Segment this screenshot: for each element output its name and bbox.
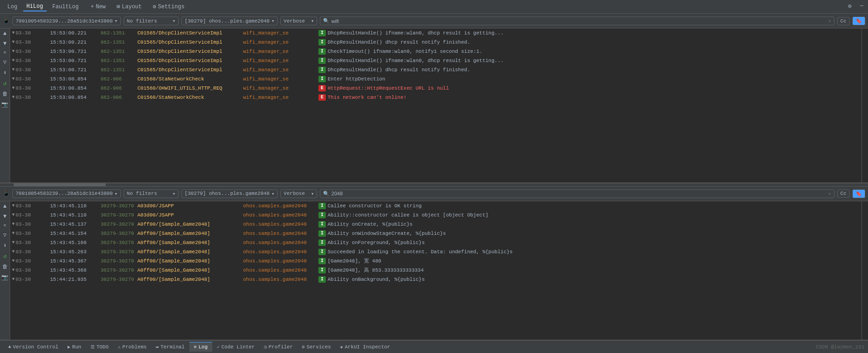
expand-icon[interactable]: ▼ [12,266,15,274]
bottom-tab-code-linter[interactable]: ✓ Code Linter [212,342,260,352]
refresh-icon[interactable]: ↺ [1,80,9,87]
expand-icon[interactable]: ▼ [12,29,15,37]
new-button[interactable]: + New [88,3,108,11]
lower-filter-icon[interactable]: ▽ [1,232,9,239]
log-row: ▼ 03-30 15:44:21.935 30279-30279 A0ff00/… [10,275,868,284]
bottom-tab-services[interactable]: ⚙ Services [297,342,335,352]
log-tag: A0ff00/[Sample_Game2048] [137,229,243,238]
scroll-up-icon[interactable]: ▲ [1,30,9,37]
trash-icon[interactable]: 🗑 [1,91,9,97]
log-tag: A0ff00/[Sample_Game2048] [137,239,243,247]
bottom-tab-problems[interactable]: ⚠ Problems [113,342,151,352]
tab-label: Problems [122,344,147,350]
expand-icon[interactable]: ▼ [12,220,15,228]
lower-wrap-icon[interactable]: ≡ [1,223,9,228]
bottom-tab-arkui-inspector[interactable]: ◈ ArkUI Inspector [335,342,395,352]
expand-icon[interactable]: ▼ [12,275,15,284]
log-app: ohos.samples.game2048 [243,202,317,210]
upper-filter-bar: 📱 70010054583239...28a51dc31e43800 ▾ No … [0,14,868,28]
status-right: CSDN @laymen_131 [816,344,864,350]
search-icon: 🔍 [323,18,329,24]
plus-icon: + [91,4,94,10]
upper-scrollbar[interactable] [0,183,868,187]
lower-search-input[interactable] [331,191,826,196]
tab-log[interactable]: Log [4,3,21,11]
upper-search-clear[interactable]: ✕ [828,18,831,24]
lower-camera-icon[interactable]: 📷 [1,274,9,281]
log-date: 03-30 [16,93,50,102]
log-message: DhcpResultHandle() dhcp result notify fi… [328,66,866,74]
log-message: Ability onCreate, %{public}s [328,220,866,228]
lower-level-select[interactable]: Verbose ▾ [280,189,317,198]
lower-cc-button[interactable]: Cc [837,189,850,198]
upper-device-select[interactable]: 70010054583239...28a51dc31e43800 ▾ [12,17,121,25]
log-date: 03-30 [16,29,50,37]
log-date: 03-30 [16,38,50,46]
log-tag: A0ff00/[Sample_Game2048] [137,248,243,256]
search-icon-lower: 🔍 [323,191,329,197]
expand-icon[interactable]: ▼ [12,229,15,238]
bottom-tab-terminal[interactable]: ▬ Terminal [151,342,189,352]
expand-icon[interactable]: ▼ [12,202,15,210]
layout-button[interactable]: ⊞ Layout [114,2,144,11]
log-app: ohos.samples.game2048 [243,257,317,265]
log-level-badge: I [318,48,326,55]
download-icon[interactable]: ⬇ [1,69,9,76]
expand-icon[interactable]: ▼ [12,47,15,56]
wrap-icon[interactable]: ≡ [1,51,9,55]
expand-icon[interactable]: ▼ [12,93,15,102]
bottom-tab-todo[interactable]: ☰ TODO [86,342,113,352]
lower-filter-select[interactable]: No filters ▾ [124,189,179,198]
lower-search-clear[interactable]: ✕ [828,191,831,197]
expand-icon[interactable]: ▼ [12,57,15,65]
upper-search-input[interactable] [331,18,826,24]
expand-icon[interactable]: ▼ [12,248,15,256]
tab-hilog[interactable]: HiLog [23,2,47,11]
tab-faultlog[interactable]: FaultLog [49,3,83,11]
expand-icon[interactable]: ▼ [12,75,15,83]
upper-level-select[interactable]: Verbose ▾ [280,17,317,25]
lower-device-select[interactable]: 70010054583239...28a51dc31e43800 ▾ [12,189,121,198]
lower-download-icon[interactable]: ⬇ [1,242,9,249]
minimize-icon[interactable]: — [860,3,863,9]
log-app: ohos.samples.game2048 [243,220,317,228]
lower-trash-icon[interactable]: 🗑 [1,263,9,270]
tab-label: Run [72,344,81,350]
bottom-tab-version-control[interactable]: ▲ Version Control [4,342,63,352]
log-tag: A0ff00/[Sample_Game2048] [137,275,243,284]
upper-bookmark-button[interactable]: 🔖 [852,17,865,25]
lower-refresh-icon[interactable]: ↺ [1,253,9,260]
tab-label: Log [199,344,208,350]
lower-bookmark-button[interactable]: 🔖 [852,189,865,198]
log-row: ▼ 03-30 15:43:45.110 30279-30279 A03d00/… [10,211,868,220]
bottom-tab-profiler[interactable]: ◷ Profiler [259,342,297,352]
expand-icon[interactable]: ▼ [12,84,15,92]
expand-icon[interactable]: ▼ [12,66,15,74]
expand-icon[interactable]: ▼ [12,239,15,247]
log-time: 15:43:45.160 [50,239,101,247]
log-row: ▼ 03-30 15:53:00.721 862-1351 C01565/Dhc… [10,56,868,65]
upper-filter-select[interactable]: No filters ▾ [124,17,179,25]
log-message: Callee constructor is OK string [328,202,866,210]
bottom-tab-run[interactable]: ▶ Run [63,342,86,352]
gear-icon[interactable]: ⚙ [848,3,851,10]
camera-icon[interactable]: 📷 [1,101,9,108]
log-time: 15:44:21.935 [50,275,101,284]
lower-process-select[interactable]: [30279] ohos...ples.game2048 ▾ [182,189,278,198]
upper-cc-button[interactable]: Cc [837,17,850,25]
bottom-tab-log[interactable]: ≡ Log [189,342,212,352]
filter-icon[interactable]: ▽ [1,59,9,66]
lower-scroll-down-icon[interactable]: ▼ [1,213,9,220]
scroll-down-icon[interactable]: ▼ [1,40,9,47]
upper-process-select[interactable]: [30279] ohos...ples.game2048 ▾ [182,17,278,25]
settings-button[interactable]: ⚙ Settings [150,2,187,11]
lower-scroll-up-icon[interactable]: ▲ [1,203,9,210]
lower-process-label: [30279] ohos...ples.game2048 [185,191,270,196]
log-row: ▼ 03-30 15:43:45.160 30279-30279 A0ff00/… [10,238,868,247]
expand-icon[interactable]: ▼ [12,38,15,46]
tab-icon: ✓ [217,344,220,350]
expand-icon[interactable]: ▼ [12,211,15,219]
process-dropdown-icon-lower: ▾ [272,191,275,197]
log-level-badge: I [318,212,326,218]
expand-icon[interactable]: ▼ [12,257,15,265]
